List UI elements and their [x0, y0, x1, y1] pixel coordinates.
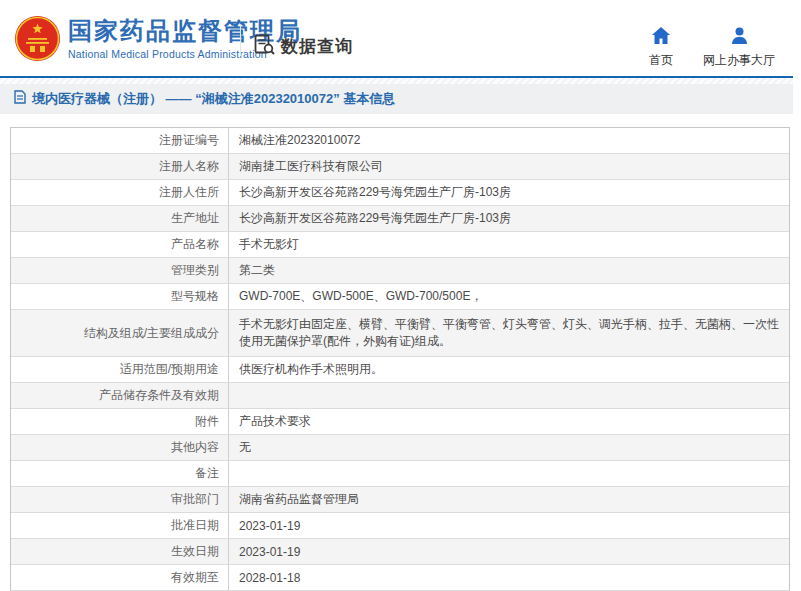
row-label: 批准日期: [11, 513, 229, 538]
national-emblem-logo: [14, 15, 61, 66]
table-row: 适用范围/预期用途 供医疗机构作手术照明用。: [11, 356, 789, 382]
table-row: 审批部门 湖南省药品监督管理局: [11, 486, 789, 512]
header-divider: [240, 24, 241, 56]
row-label: 结构及组成/主要组成成分: [11, 310, 229, 356]
row-label: 备注: [11, 461, 229, 486]
row-label: 附件: [11, 409, 229, 434]
row-label: 生效日期: [11, 539, 229, 564]
row-value: 湘械注准20232010072: [229, 128, 789, 153]
table-row: 产品名称 手术无影灯: [11, 231, 789, 257]
table-row: 管理类别 第二类: [11, 257, 789, 283]
row-value: GWD-700E、GWD-500E、GWD-700/500E，: [229, 284, 789, 309]
row-value: 湖南省药品监督管理局: [229, 487, 789, 512]
table-row: 其他内容 无: [11, 434, 789, 460]
row-label: 产品储存条件及有效期: [11, 383, 229, 408]
table-row: 产品储存条件及有效期: [11, 382, 789, 408]
document-search-icon: [253, 33, 276, 60]
row-value: 2028-01-18: [229, 565, 789, 590]
row-value: 第二类: [229, 258, 789, 283]
table-row: 批准日期 2023-01-19: [11, 512, 789, 538]
data-query-label: 数据查询: [281, 35, 353, 58]
row-label: 管理类别: [11, 258, 229, 283]
header-nav: 首页 网上办事大厅: [649, 27, 775, 69]
row-label: 注册证编号: [11, 128, 229, 153]
document-icon: [14, 90, 26, 108]
registration-info-table: 注册证编号 湘械注准20232010072 注册人名称 湖南捷工医疗科技有限公司…: [10, 127, 790, 591]
nav-label-home: 首页: [649, 52, 673, 69]
table-row: 附件 产品技术要求: [11, 408, 789, 434]
nav-label-service-hall: 网上办事大厅: [703, 52, 775, 69]
row-value: 产品技术要求: [229, 409, 789, 434]
row-label: 有效期至: [11, 565, 229, 590]
page-title: 境内医疗器械（注册） —— “湘械注准20232010072” 基本信息: [32, 90, 395, 108]
row-label: 注册人住所: [11, 180, 229, 205]
table-row: 注册人名称 湖南捷工医疗科技有限公司: [11, 153, 789, 179]
row-value: 无: [229, 435, 789, 460]
table-row: 有效期至 2028-01-18: [11, 564, 789, 590]
row-value: [229, 383, 789, 408]
row-label: 适用范围/预期用途: [11, 357, 229, 382]
row-value: 长沙高新开发区谷苑路229号海凭园生产厂房-103房: [229, 206, 789, 231]
table-row: 生产地址 长沙高新开发区谷苑路229号海凭园生产厂房-103房: [11, 205, 789, 231]
row-label: 型号规格: [11, 284, 229, 309]
row-label: 注册人名称: [11, 154, 229, 179]
table-row: 型号规格 GWD-700E、GWD-500E、GWD-700/500E，: [11, 283, 789, 309]
nav-item-service-hall[interactable]: 网上办事大厅: [703, 27, 775, 69]
row-value: 供医疗机构作手术照明用。: [229, 357, 789, 382]
row-label: 生产地址: [11, 206, 229, 231]
row-value: 手术无影灯: [229, 232, 789, 257]
row-label: 审批部门: [11, 487, 229, 512]
row-value: 手术无影灯由固定座、横臂、平衡臂、平衡弯管、灯头弯管、灯头、调光手柄、拉手、无菌…: [229, 310, 789, 356]
row-label: 其他内容: [11, 435, 229, 460]
table-row: 生效日期 2023-01-19: [11, 538, 789, 564]
row-value: 长沙高新开发区谷苑路229号海凭园生产厂房-103房: [229, 180, 789, 205]
table-row: 注册人住所 长沙高新开发区谷苑路229号海凭园生产厂房-103房: [11, 179, 789, 205]
table-row: 结构及组成/主要组成成分 手术无影灯由固定座、横臂、平衡臂、平衡弯管、灯头弯管、…: [11, 309, 789, 356]
breadcrumb: 境内医疗器械（注册） —— “湘械注准20232010072” 基本信息: [0, 84, 793, 114]
site-header: 国家药品监督管理局 National Medical Products Admi…: [0, 0, 793, 78]
row-value: 2023-01-19: [229, 513, 789, 538]
data-query-link[interactable]: 数据查询: [253, 33, 353, 60]
home-icon: [652, 27, 670, 48]
row-value: [229, 461, 789, 486]
nav-item-home[interactable]: 首页: [649, 27, 673, 69]
table-row: 注册证编号 湘械注准20232010072: [11, 128, 789, 153]
person-icon: [731, 27, 748, 48]
row-value: 2023-01-19: [229, 539, 789, 564]
table-row: 备注: [11, 460, 789, 486]
row-label: 产品名称: [11, 232, 229, 257]
row-value: 湖南捷工医疗科技有限公司: [229, 154, 789, 179]
